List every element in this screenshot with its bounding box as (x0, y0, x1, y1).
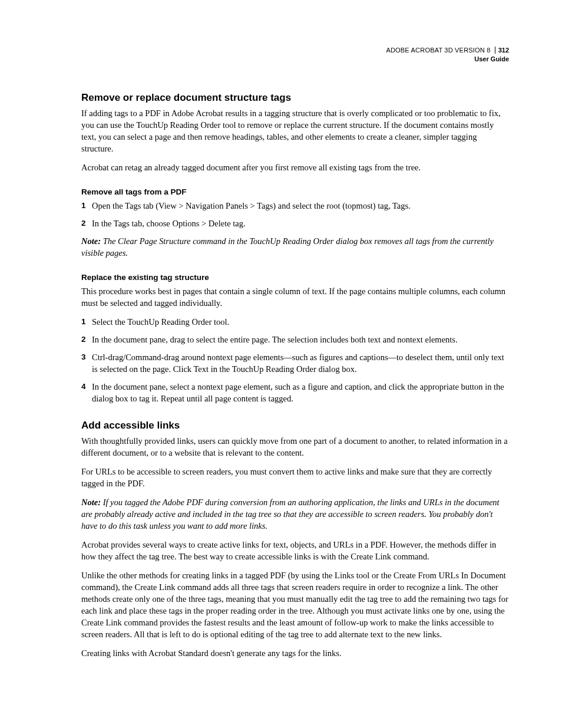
header-subtitle: User Guide (81, 55, 509, 64)
step-number: 2 (81, 218, 92, 229)
step-number: 1 (81, 316, 92, 328)
note-text: The Clear Page Structure command in the … (81, 236, 494, 258)
header-doc-title: ADOBE ACROBAT 3D VERSION 8 (386, 47, 490, 54)
step-number: 2 (81, 334, 92, 345)
step-item: 1 Select the TouchUp Reading Order tool. (81, 316, 509, 328)
step-number: 1 (81, 200, 92, 212)
note: Note: The Clear Page Structure command i… (81, 235, 509, 259)
paragraph: For URLs to be accessible to screen read… (81, 466, 509, 489)
heading-add-accessible-links: Add accessible links (81, 420, 509, 431)
step-text: Ctrl-drag/Command-drag around nontext pa… (92, 351, 509, 375)
step-item: 4 In the document pane, select a nontext… (81, 381, 509, 404)
step-item: 3 Ctrl-drag/Command-drag around nontext … (81, 351, 509, 375)
paragraph: This procedure works best in pages that … (81, 285, 509, 309)
note-label: Note: (81, 236, 101, 246)
step-text: Select the TouchUp Reading Order tool. (92, 316, 509, 328)
paragraph: If adding tags to a PDF in Adobe Acrobat… (81, 107, 509, 154)
page-container: ADOBE ACROBAT 3D VERSION 8 312 User Guid… (0, 0, 562, 701)
step-item: 2 In the document pane, drag to select t… (81, 334, 509, 345)
paragraph: Creating links with Acrobat Standard doe… (81, 647, 509, 659)
note-text: If you tagged the Adobe PDF during conve… (81, 498, 500, 531)
paragraph: Acrobat provides several ways to create … (81, 539, 509, 562)
step-number: 3 (81, 351, 92, 375)
step-text: In the document pane, select a nontext p… (92, 381, 509, 404)
subheading-remove-all-tags: Remove all tags from a PDF (81, 187, 509, 196)
paragraph: Acrobat can retag an already tagged docu… (81, 162, 509, 173)
step-item: 2 In the Tags tab, choose Options > Dele… (81, 218, 509, 229)
heading-remove-replace-tags: Remove or replace document structure tag… (81, 92, 509, 104)
step-item: 1 Open the Tags tab (View > Navigation P… (81, 200, 509, 212)
paragraph: With thoughtfully provided links, users … (81, 435, 509, 459)
step-number: 4 (81, 381, 92, 404)
paragraph: Unlike the other methods for creating li… (81, 569, 509, 640)
running-header: ADOBE ACROBAT 3D VERSION 8 312 User Guid… (81, 46, 509, 64)
note: Note: If you tagged the Adobe PDF during… (81, 496, 509, 532)
step-text: Open the Tags tab (View > Navigation Pan… (92, 200, 509, 212)
page-number: 312 (495, 47, 509, 54)
step-text: In the document pane, drag to select the… (92, 334, 509, 345)
note-label: Note: (81, 498, 101, 507)
step-text: In the Tags tab, choose Options > Delete… (92, 218, 509, 229)
subheading-replace-tag-structure: Replace the existing tag structure (81, 273, 509, 282)
